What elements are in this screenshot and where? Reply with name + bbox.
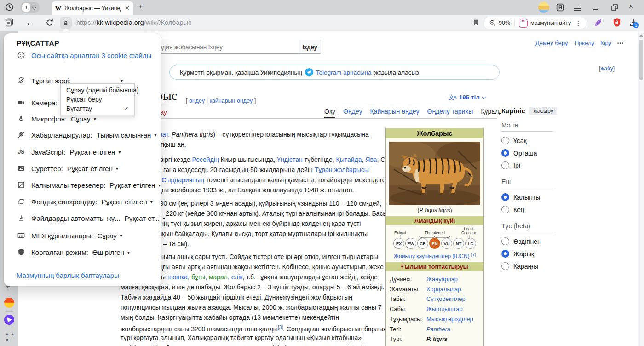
- taxonomy-value[interactable]: Panthera: [426, 324, 450, 334]
- menu-hamburger-icon[interactable]: [574, 5, 581, 12]
- dropdown-caret-icon[interactable]: ▾: [121, 78, 123, 83]
- appearance-option-Қалыпты[interactable]: Қалыпты: [501, 191, 553, 203]
- appearance-option-Орташа[interactable]: Орташа: [501, 147, 553, 159]
- wiki-link[interactable]: Сырдарияның: [161, 176, 204, 184]
- strip-more-icon[interactable]: ● ● ●: [6, 331, 18, 342]
- taxonomy-value[interactable]: Мысықтәрізділер: [426, 314, 473, 324]
- taxonomy-value[interactable]: Хордалылар: [426, 284, 461, 294]
- appearance-option-Кең[interactable]: Кең: [501, 203, 553, 216]
- menu-item[interactable]: Сұрау (әдепкі бойынша): [61, 86, 134, 95]
- permission-value[interactable]: Рұқсат етілген: [69, 148, 115, 156]
- edit-source-link[interactable]: қайнарын өңдеу: [209, 98, 253, 104]
- read-aloud-button[interactable]: ” мазмұнын айту: [519, 19, 571, 28]
- tab-group-chip[interactable]: 1: [20, 2, 40, 13]
- dropdown-caret-icon[interactable]: ▾: [127, 250, 130, 255]
- taxonomy-value[interactable]: Жыртқыштар: [426, 304, 463, 314]
- appearance-option-Ірі[interactable]: Ірі: [501, 159, 553, 172]
- account-link[interactable]: Тіркелу: [574, 40, 594, 46]
- taxonomy-value[interactable]: Жануарлар: [426, 274, 458, 284]
- appearance-option-Ұсақ[interactable]: Ұсақ: [501, 134, 553, 147]
- downloads-button[interactable]: 1: [628, 17, 638, 28]
- appearance-option-Өздігінен[interactable]: Өздігінен: [501, 235, 553, 248]
- protect-shield-icon[interactable]: [612, 17, 622, 28]
- radio-button[interactable]: [501, 149, 509, 157]
- window-close-button[interactable]: ×: [629, 2, 633, 11]
- radio-button[interactable]: [501, 237, 509, 245]
- back-button[interactable]: ←: [26, 18, 34, 28]
- taxonomy-value[interactable]: Сүтқоректілер: [426, 294, 466, 304]
- wiki-link[interactable]: Ява: [365, 156, 377, 163]
- window-restore-button[interactable]: [611, 4, 618, 11]
- alice-assistant-icon[interactable]: [4, 315, 14, 325]
- dropdown-caret-icon[interactable]: ▾: [116, 166, 118, 171]
- radio-button[interactable]: [501, 206, 509, 213]
- radio-button[interactable]: [501, 262, 509, 270]
- wiki-link[interactable]: Қытайда: [336, 156, 362, 163]
- wiki-link[interactable]: Ресейдің: [192, 156, 219, 163]
- dropdown-caret-icon[interactable]: ▾: [120, 233, 122, 238]
- cookies-link[interactable]: Осы сайтқа арналған 3 cookie файлы: [31, 52, 151, 59]
- reload-button[interactable]: [45, 18, 54, 27]
- tab-Өңделу тарихы[interactable]: Өңделу тарихы: [427, 108, 473, 117]
- highlighter-pen-icon[interactable]: [592, 17, 604, 29]
- radio-button[interactable]: [501, 193, 509, 201]
- tab-Оқу[interactable]: Оқу: [324, 108, 335, 118]
- address-bar-url[interactable]: https://kk.wikipedia.org/wiki/Жолбарыс: [76, 19, 191, 26]
- scroll-up-arrow-icon[interactable]: [639, 34, 643, 37]
- radio-button[interactable]: [501, 161, 509, 169]
- content-settings-link[interactable]: Мазмұнның барлық баптаулары: [17, 271, 119, 279]
- banner-close-link[interactable]: [жабу]: [599, 65, 615, 72]
- wiki-link-green[interactable]: марал: [209, 273, 228, 281]
- appearance-option-Жарық[interactable]: Жарық: [501, 248, 553, 260]
- language-selector[interactable]: 文A 195 тіл: [448, 93, 485, 102]
- scrollbar-thumb[interactable]: [639, 40, 643, 80]
- reference-link[interactable]: [1]: [471, 253, 476, 257]
- edit-link[interactable]: өңдеу: [189, 98, 205, 104]
- permission-value[interactable]: Рұқсат етілген: [109, 181, 155, 189]
- wiki-link[interactable]: шошқа: [167, 273, 188, 281]
- page-scrollbar[interactable]: [638, 31, 644, 346]
- radio-button[interactable]: [501, 250, 509, 258]
- tiger-photo[interactable]: [389, 142, 480, 205]
- bookmark-flag-icon[interactable]: [472, 18, 480, 27]
- permission-value[interactable]: Рұқсат етілген: [67, 165, 113, 173]
- account-link[interactable]: Кіру: [600, 40, 611, 46]
- active-tab[interactable]: W Жолбарыс — Уикипед ✕: [52, 1, 133, 15]
- more-options-icon[interactable]: ⋮: [575, 20, 581, 27]
- profile-avatar[interactable]: [538, 2, 549, 13]
- permission-value[interactable]: Сұрау: [71, 115, 90, 123]
- dropdown-caret-icon[interactable]: ▾: [163, 216, 165, 221]
- appearance-hide-button[interactable]: жасыру: [529, 107, 557, 115]
- dropdown-caret-icon[interactable]: ▾: [158, 183, 161, 188]
- wiki-link[interactable]: Тұран жолбарысы: [315, 166, 369, 173]
- tab-close-icon[interactable]: ✕: [125, 5, 130, 12]
- close-label[interactable]: жабу: [600, 65, 613, 72]
- menu-item[interactable]: Рұқсат беру: [61, 95, 134, 104]
- permission-value[interactable]: Рұқсат етілген: [102, 198, 147, 206]
- dropdown-caret-icon[interactable]: ▾: [154, 133, 156, 138]
- window-minimize-button[interactable]: [593, 9, 598, 10]
- wiki-link[interactable]: Үндістан: [277, 156, 303, 163]
- tab-Өңдеу[interactable]: Өңдеу: [343, 108, 362, 117]
- appearance-option-Қараңғы[interactable]: Қараңғы: [501, 260, 553, 272]
- wiki-link-green[interactable]: бұғы: [191, 273, 205, 281]
- permission-value[interactable]: Рұқсат ет...: [125, 214, 160, 222]
- site-security-lock-icon[interactable]: [60, 17, 72, 29]
- reference-link[interactable]: [3]: [278, 325, 283, 330]
- search-button[interactable]: Іздеу: [299, 40, 321, 54]
- permission-value[interactable]: Тыйым салынған: [97, 131, 151, 139]
- radio-button[interactable]: [501, 137, 509, 144]
- sidebar-toggle-icon[interactable]: [5, 18, 14, 27]
- tableau-icon[interactable]: [556, 3, 565, 12]
- more-options-icon[interactable]: •••: [617, 41, 624, 46]
- zoom-control[interactable]: 90%: [489, 19, 510, 27]
- permission-value[interactable]: Сұрау: [97, 232, 116, 240]
- telegram-channel-link[interactable]: Telegram арнасына: [316, 69, 372, 76]
- new-tab-button[interactable]: +: [138, 2, 143, 11]
- menu-item[interactable]: Бұғаттау✓: [61, 104, 134, 113]
- dropdown-caret-icon[interactable]: ▾: [94, 116, 96, 121]
- permission-value[interactable]: Өшірілген: [92, 248, 124, 256]
- history-clock-icon[interactable]: [5, 2, 14, 12]
- search-input[interactable]: [138, 40, 299, 54]
- iucn-status-text[interactable]: Жойылу қаупіндегілер (IUCN) [1]: [388, 253, 482, 260]
